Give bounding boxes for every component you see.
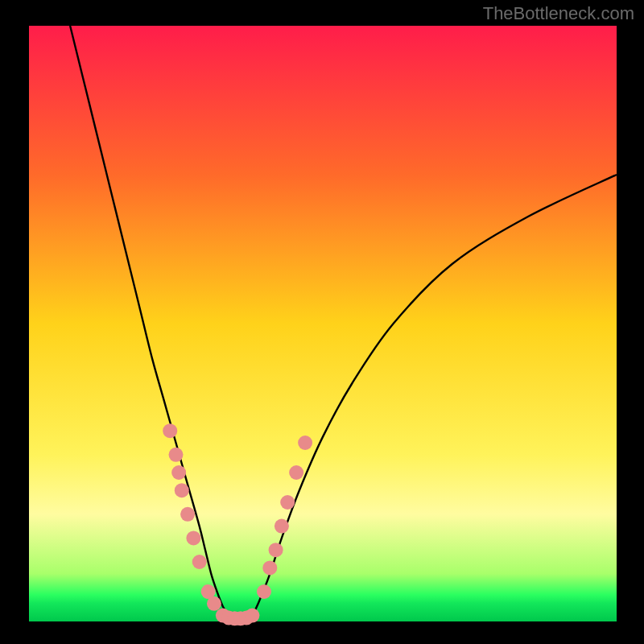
data-marker — [192, 555, 207, 569]
bottleneck-chart — [0, 0, 644, 644]
data-marker — [163, 423, 177, 438]
data-marker — [186, 530, 200, 545]
data-marker — [175, 483, 189, 497]
data-marker — [180, 507, 195, 522]
data-marker — [207, 597, 221, 611]
data-marker — [280, 495, 295, 510]
data-marker — [169, 448, 184, 462]
chart-container: TheBottleneck.com — [0, 0, 644, 644]
data-marker — [298, 436, 312, 450]
watermark-text: TheBottleneck.com — [483, 3, 634, 24]
data-marker — [245, 609, 259, 623]
data-marker — [275, 519, 289, 534]
data-marker — [289, 465, 303, 480]
data-marker — [262, 560, 277, 575]
data-marker — [171, 465, 186, 480]
gradient-background — [29, 26, 617, 621]
data-marker — [257, 584, 271, 599]
data-marker — [269, 543, 283, 557]
